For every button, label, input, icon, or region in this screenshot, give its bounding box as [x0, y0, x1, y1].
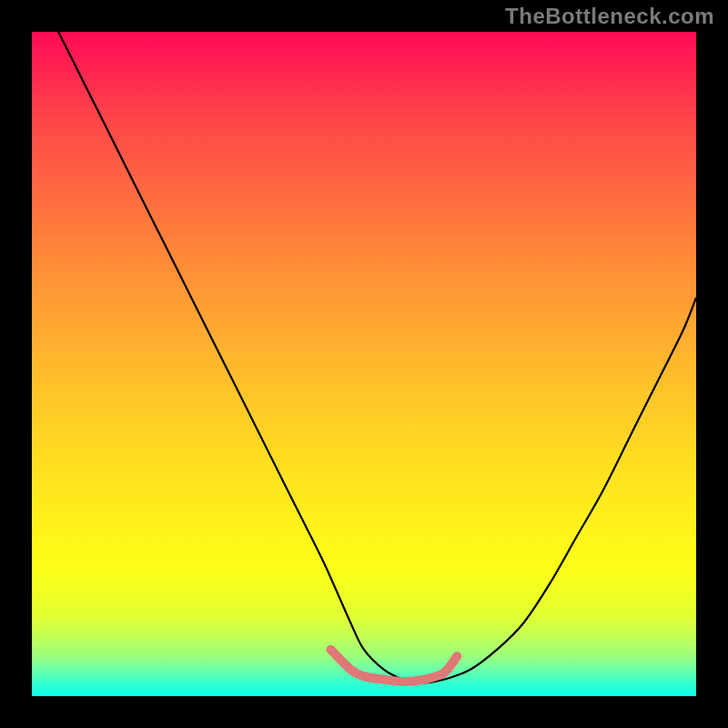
chart-svg — [32, 32, 696, 696]
bottleneck-curve-path — [58, 32, 696, 682]
watermark-text: TheBottleneck.com — [505, 4, 714, 29]
optimal-zone-overlay-path — [331, 650, 458, 682]
plot-area — [32, 32, 696, 696]
chart-frame: TheBottleneck.com — [0, 0, 728, 728]
